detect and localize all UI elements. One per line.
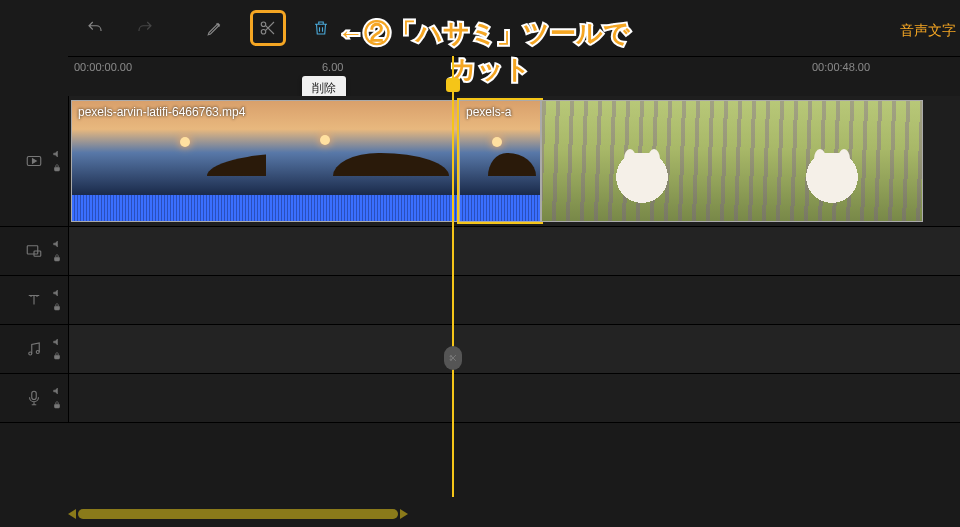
svg-rect-3 [55,167,60,171]
svg-point-14 [450,359,452,361]
pip-track-row [0,227,960,276]
video-track-row: pexels-arvin-latifi-6466763.mp4 pexels-a [0,96,960,227]
playhead[interactable] [452,56,454,497]
mic-track-label[interactable] [0,374,69,422]
svg-rect-12 [55,404,60,408]
playhead-scissors-icon [444,346,462,370]
clip-filename: pexels-a [466,105,511,119]
video-track-lane[interactable]: pexels-arvin-latifi-6466763.mp4 pexels-a [69,96,960,226]
trash-button[interactable] [306,13,336,43]
svg-rect-6 [55,257,60,261]
annotation-line2: カット [450,52,531,87]
text-track-row [0,276,960,325]
audio-track-label[interactable] [0,325,69,373]
audio-text-label: 音声文字 [900,22,956,40]
svg-rect-11 [32,391,37,399]
audio-track-lane[interactable] [69,325,960,373]
scrollbar-thumb[interactable] [78,509,398,519]
timeline-clip-3[interactable] [541,100,923,222]
timeline-clip-1[interactable]: pexels-arvin-latifi-6466763.mp4 [71,100,460,222]
pencil-button[interactable] [200,13,230,43]
pip-track-lane[interactable] [69,227,960,275]
audio-track-row [0,325,960,374]
undo-button[interactable] [80,13,110,43]
ruler-tick: 6.00 [322,61,343,73]
horizontal-scrollbar[interactable] [68,509,950,519]
svg-rect-4 [27,246,38,254]
svg-point-8 [29,352,32,355]
clip-filename: pexels-arvin-latifi-6466763.mp4 [78,105,245,119]
ruler-tick: 00:00:00.00 [74,61,132,73]
mic-track-row [0,374,960,423]
annotation-line1: ←②「ハサミ」ツールで [338,16,630,51]
svg-point-9 [36,351,39,354]
timeline-clip-2[interactable]: pexels-a [459,100,541,222]
svg-point-13 [450,356,452,358]
timeline-tracks: pexels-arvin-latifi-6466763.mp4 pexels-a [0,96,960,497]
mic-track-lane[interactable] [69,374,960,422]
redo-button[interactable] [130,13,160,43]
text-track-lane[interactable] [69,276,960,324]
ruler-tick: 00:00:48.00 [812,61,870,73]
pip-track-label[interactable] [0,227,69,275]
video-track-label[interactable] [0,96,69,226]
scissors-button[interactable] [250,10,286,46]
svg-rect-7 [55,306,60,310]
text-track-label[interactable] [0,276,69,324]
svg-rect-10 [55,355,60,359]
